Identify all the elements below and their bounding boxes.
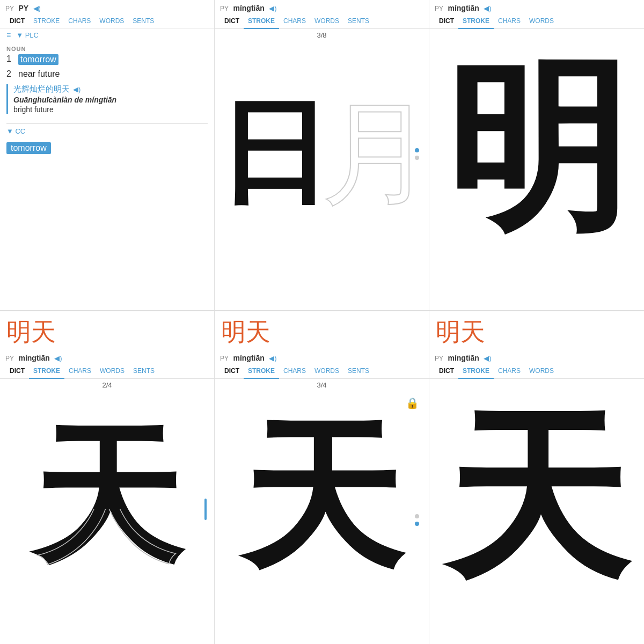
- dot-active-2: [415, 522, 419, 526]
- panel-bottom-left: 明天 PY míngtiān ◀) DICT STROKE CHARS WORD…: [0, 311, 215, 644]
- tab-words-bottom-left[interactable]: WORDS: [96, 365, 129, 378]
- tab-chars-top-middle[interactable]: CHARS: [279, 15, 310, 28]
- dot-inactive-1: [415, 156, 419, 160]
- py-label: PY: [5, 5, 14, 12]
- def-num-2: 2: [6, 69, 15, 79]
- chinese-title-row-left: 明天: [0, 311, 214, 350]
- dot-indicator-top-middle: [415, 148, 419, 160]
- char-container-bottom-right: 天: [429, 379, 644, 620]
- panel-top-right: PY míngtiān ◀) DICT STROKE CHARS WORDS 明: [429, 0, 644, 310]
- tab-dict-bottom-left[interactable]: DICT: [5, 365, 29, 378]
- tab-words-bottom-right[interactable]: WORDS: [525, 365, 558, 378]
- tab-chars-bottom-right[interactable]: CHARS: [494, 365, 525, 378]
- sound-icon-top-middle[interactable]: ◀): [269, 4, 276, 12]
- tab-dict-bottom-middle[interactable]: DICT: [220, 365, 244, 378]
- py-label-3: PY: [435, 5, 443, 12]
- tab-dict-top-middle[interactable]: DICT: [220, 15, 244, 28]
- example-sound-icon[interactable]: ◀): [73, 85, 80, 93]
- tab-words-top-right[interactable]: WORDS: [525, 15, 558, 28]
- sound-icon-top-left[interactable]: ◀): [33, 4, 41, 12]
- sound-icon-bottom-left[interactable]: ◀): [54, 354, 62, 362]
- char-full-ming: 明: [445, 29, 628, 270]
- tab-chars-bottom-middle[interactable]: CHARS: [279, 365, 310, 378]
- side-indicator-left: [204, 499, 207, 520]
- tab-stroke-top-middle[interactable]: STROKE: [244, 15, 279, 29]
- dict-content: NOUN 1 tomorrow 2 near future 光辉灿烂的明天 ◀)…: [0, 41, 214, 123]
- word-highlight[interactable]: tomorrow: [6, 142, 51, 154]
- tab-dict-top-right[interactable]: DICT: [435, 15, 458, 28]
- pinyin-top-left: PY: [18, 4, 28, 12]
- char-container-top-middle: 日 月: [215, 41, 429, 267]
- char-tian-right: 天: [445, 379, 628, 620]
- example-pinyin: Guānghuīcànlàn de míngtiān: [13, 96, 208, 104]
- panel-header-bottom-middle: PY míngtiān ◀): [215, 350, 429, 363]
- py-label-5: PY: [220, 355, 229, 362]
- panel-top-middle: PY míngtiān ◀) DICT STROKE CHARS WORDS S…: [215, 0, 429, 310]
- tab-row-bottom-middle: DICT STROKE CHARS WORDS SENTS: [215, 363, 429, 379]
- char-tian-middle: 天: [241, 391, 402, 606]
- def-text-1: tomorrow: [18, 54, 58, 65]
- filter-icon[interactable]: ≡: [6, 31, 11, 39]
- sound-icon-bottom-right[interactable]: ◀): [484, 354, 491, 362]
- char-container-top-right: 明: [429, 29, 644, 270]
- definition-2: 2 near future: [6, 69, 208, 79]
- cc-row: ▼ CC: [0, 124, 214, 138]
- panel-header-top-right: PY míngtiān ◀): [429, 0, 644, 13]
- py-label-6: PY: [435, 355, 443, 362]
- tab-row-top-left: DICT STROKE CHARS WORDS SENTS: [0, 13, 214, 28]
- panel-header-bottom-left: PY míngtiān ◀): [0, 350, 214, 363]
- filter-plc[interactable]: ▼ PLC: [16, 31, 39, 39]
- panel-header-bottom-right: PY míngtiān ◀): [429, 350, 644, 363]
- lock-icon[interactable]: 🔒: [406, 397, 419, 409]
- tab-sents-bottom-middle[interactable]: SENTS: [343, 365, 374, 378]
- tab-words-top-middle[interactable]: WORDS: [310, 15, 343, 28]
- pinyin-bottom-middle: míngtiān: [233, 354, 264, 362]
- dot-indicator-bottom-middle: [415, 514, 419, 526]
- char-outline-yue: 月: [321, 78, 429, 230]
- tab-words-top-left[interactable]: WORDS: [95, 15, 128, 28]
- dot-inactive-2: [415, 514, 419, 518]
- pos-label: NOUN: [6, 46, 208, 52]
- tab-stroke-top-left[interactable]: STROKE: [29, 15, 64, 28]
- tab-sents-top-middle[interactable]: SENTS: [343, 15, 374, 28]
- panel-top-left: PY PY ◀) DICT STROKE CHARS WORDS SENTS ≡…: [0, 0, 215, 310]
- chinese-title-row-right: 明天: [429, 311, 644, 350]
- tab-row-bottom-left: DICT STROKE CHARS WORDS SENTS: [0, 363, 214, 379]
- cc-button[interactable]: ▼ CC: [6, 127, 25, 135]
- dot-active-1: [415, 148, 419, 152]
- panel-bottom-right: 明天 PY míngtiān ◀) DICT STROKE CHARS WORD…: [429, 311, 644, 644]
- sound-icon-top-right[interactable]: ◀): [484, 4, 491, 12]
- tab-chars-top-left[interactable]: CHARS: [64, 15, 95, 28]
- stroke-counter-top-middle: 3/8: [215, 29, 429, 41]
- tab-stroke-bottom-middle[interactable]: STROKE: [244, 365, 279, 379]
- panel-bottom-middle: 明天 PY míngtiān ◀) DICT STROKE CHARS WORD…: [215, 311, 429, 644]
- pinyin-bottom-right: míngtiān: [448, 354, 479, 362]
- tab-sents-bottom-left[interactable]: SENTS: [129, 365, 159, 378]
- definition-1: 1 tomorrow: [6, 54, 208, 65]
- chinese-title-row-middle: 明天: [215, 311, 429, 350]
- tab-stroke-bottom-left[interactable]: STROKE: [29, 365, 64, 379]
- tab-row-top-right: DICT STROKE CHARS WORDS: [429, 13, 644, 29]
- char-container-bottom-middle: 天 🔒: [215, 391, 429, 606]
- tab-words-bottom-middle[interactable]: WORDS: [310, 365, 343, 378]
- tab-sents-top-left[interactable]: SENTS: [128, 15, 158, 28]
- example-chinese: 光辉灿烂的明天: [13, 84, 70, 94]
- tab-row-bottom-right: DICT STROKE CHARS WORDS: [429, 363, 644, 379]
- chinese-title-left: 明天: [6, 316, 56, 349]
- char-container-bottom-left: 天 天: [0, 391, 214, 606]
- example-block: 光辉灿烂的明天 ◀) Guānghuīcànlàn de míngtiān br…: [6, 84, 208, 114]
- sound-icon-bottom-middle[interactable]: ◀): [269, 354, 276, 362]
- tab-dict-bottom-right[interactable]: DICT: [435, 365, 458, 378]
- stroke-counter-bottom-middle: 3/4: [215, 379, 429, 391]
- stroke-counter-bottom-left: 2/4: [0, 379, 214, 391]
- tab-chars-bottom-left[interactable]: CHARS: [64, 365, 96, 378]
- py-label-4: PY: [5, 355, 14, 362]
- tab-dict-top-left[interactable]: DICT: [5, 15, 29, 28]
- chinese-title-right: 明天: [436, 316, 485, 349]
- panel-header-top-left: PY PY ◀): [0, 0, 214, 13]
- example-english: bright future: [13, 105, 208, 114]
- tab-stroke-bottom-right[interactable]: STROKE: [458, 365, 494, 379]
- tab-chars-top-right[interactable]: CHARS: [494, 15, 525, 28]
- tab-stroke-top-right[interactable]: STROKE: [458, 15, 494, 29]
- panel-header-top-middle: PY míngtiān ◀): [215, 0, 429, 13]
